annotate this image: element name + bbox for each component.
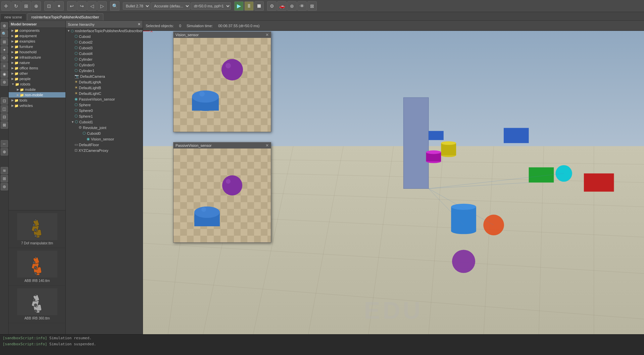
toolbar-ctrl-btn[interactable]: ⊛	[287, 1, 297, 11]
model-browser-item-office-items[interactable]: ▶📁office items	[9, 65, 65, 71]
scene-item-cylinder[interactable]: ⬡Cylinder	[66, 56, 143, 62]
scene-item-cuboid4[interactable]: ⬡Cuboid4	[66, 51, 143, 56]
left-icon-14[interactable]: ⊕	[1, 148, 8, 156]
expand-icon[interactable]: ▶	[11, 77, 14, 80]
toolbar-rotate-btn[interactable]: ↻	[11, 1, 21, 11]
scene-item-sphere0[interactable]: ⬡Sphere0	[66, 108, 143, 113]
toolbar-redo-btn[interactable]: ↪	[77, 1, 87, 11]
expand-icon[interactable]: ▶	[17, 88, 19, 91]
left-icon-7[interactable]: ◉	[1, 70, 8, 78]
thumb-abb-irb-360.ttm[interactable]: ABB IRB 360.ttm	[9, 286, 65, 323]
scene-item-defaultlighta[interactable]: ☀DefaultLightA	[66, 79, 143, 85]
accurate-dropdown[interactable]: Accurate (defau...	[151, 2, 190, 10]
model-browser-item-infrastructure[interactable]: ▶📁infrastructure	[9, 55, 65, 60]
toolbar-scale-btn[interactable]: ⊞	[21, 1, 31, 11]
3d-viewport[interactable]: X Y Z EDU Vision_sensor ✕	[143, 31, 644, 334]
model-browser-item-examples[interactable]: ▶📁examples	[9, 39, 65, 44]
toolbar-back-btn[interactable]: ◁	[87, 1, 97, 11]
vision-sensor-header[interactable]: Vision_sensor ✕	[174, 32, 271, 38]
expand-icon[interactable]: ▶	[11, 29, 14, 32]
play-button[interactable]: ▶	[234, 1, 244, 11]
model-browser-item-vehicles[interactable]: ▶📁vehicles	[9, 103, 65, 108]
left-icon-4[interactable]: ✦	[1, 46, 8, 54]
bullet-dropdown[interactable]: Bullet 2.78	[123, 2, 150, 10]
left-icon-11[interactable]: ⊟	[1, 113, 8, 121]
expand-icon[interactable]: ▶	[11, 66, 14, 70]
scene-item-defaultfloor[interactable]: ▭DefaultFloor	[66, 142, 143, 147]
left-icon-8[interactable]: ⊛	[1, 78, 8, 86]
toolbar-add-btn[interactable]: ✦	[54, 1, 64, 11]
model-browser-item-robots[interactable]: ▼📁robots	[9, 81, 65, 87]
passive-vision-sensor-close[interactable]: ✕	[265, 143, 269, 148]
thumb-7-dof-manipulator.ttm[interactable]: 7 Dof manipulator.ttm	[9, 211, 65, 248]
tab-new-scene[interactable]: new scene	[0, 13, 27, 20]
scene-item-sphere1[interactable]: ⬡Sphere1	[66, 113, 143, 119]
toolbar-eye-btn[interactable]: 👁	[297, 1, 307, 11]
scene-item-cuboid[interactable]: ⬡Cuboid	[66, 34, 143, 39]
toolbar-search-btn[interactable]: 🔍	[110, 1, 119, 11]
scene-item-defaultcamera[interactable]: 📷DefaultCamera	[66, 73, 143, 79]
scene-item-cuboid0[interactable]: ⬡Cuboid0	[66, 130, 143, 136]
passive-vision-sensor-window[interactable]: PassiveVision_sensor ✕	[173, 142, 271, 243]
toolbar-settings-btn[interactable]: ⚙	[267, 1, 277, 11]
expand-icon[interactable]: ▶	[11, 56, 14, 59]
scene-item-cuboid2[interactable]: ⬡Cuboid2	[66, 39, 143, 45]
expand-icon[interactable]: ▶	[11, 34, 14, 38]
thumb-abb-irb-140.ttm[interactable]: ABB IRB 140.ttm	[9, 248, 65, 286]
left-icon-2[interactable]: 🔍	[1, 30, 8, 38]
toolbar-select-btn[interactable]: ⊕	[32, 1, 41, 11]
left-icon-17[interactable]: ⊛	[1, 183, 8, 190]
scene-item-cylinder1[interactable]: ⬡Cylinder1	[66, 68, 143, 73]
left-icon-16[interactable]: ⊞	[1, 175, 8, 182]
model-browser-item-equipment[interactable]: ▶📁equipment	[9, 33, 65, 39]
toolbar-extra-btn[interactable]: ⊠	[307, 1, 317, 11]
left-icon-3[interactable]: ⊞	[1, 38, 8, 46]
left-icon-15[interactable]: ≋	[1, 167, 8, 174]
scene-close-icon[interactable]: ✕	[138, 22, 141, 26]
scene-root[interactable]: ▼⬡rosInterfaceTopicPublisherAndSubscribe…	[66, 28, 143, 34]
scene-item-xyzcameraproxy[interactable]: ⊡XYZCameraProxy	[66, 147, 143, 153]
scene-item-sphere[interactable]: ⬡Sphere	[66, 102, 143, 108]
model-browser-item-furniture[interactable]: ▶📁furniture	[9, 44, 65, 49]
tab-ros-topic[interactable]: rosInterfaceTopicPublisherAndSubscriber	[27, 13, 104, 20]
vision-sensor-window[interactable]: Vision_sensor ✕	[173, 32, 271, 132]
toolbar-car-btn[interactable]: 🚗	[277, 1, 287, 11]
model-browser-item-components[interactable]: ▶📁components	[9, 28, 65, 33]
left-icon-10[interactable]: ◫	[1, 105, 8, 113]
model-browser-item-people[interactable]: ▶📁people	[9, 76, 65, 81]
scene-item-cuboid1[interactable]: ▼⬡Cuboid1	[66, 119, 143, 125]
scene-item-cuboid3[interactable]: ⬡Cuboid3	[66, 45, 143, 51]
toolbar-fwd-btn[interactable]: ▷	[97, 1, 107, 11]
model-browser-item-tools[interactable]: ▶📁tools	[9, 98, 65, 103]
model-browser-item-non-mobile[interactable]: ▶📁non-mobile	[9, 92, 65, 98]
left-icon-12[interactable]: ⊠	[1, 121, 8, 129]
expand-icon[interactable]: ▶	[11, 104, 14, 107]
expand-icon[interactable]: ▶	[11, 50, 14, 54]
scene-item-vision_sensor[interactable]: ◉Vision_sensor	[66, 136, 143, 142]
scene-item-cylinder0[interactable]: ⬡Cylinder0	[66, 62, 143, 68]
vision-sensor-close[interactable]: ✕	[265, 33, 269, 37]
model-browser-item-mobile[interactable]: ▶📁mobile	[9, 87, 65, 92]
scene-item-passivevision_sensor[interactable]: ◉PassiveVision_sensor	[66, 96, 143, 102]
left-icon-13[interactable]: ↔	[1, 140, 8, 147]
model-browser-item-nature[interactable]: ▶📁nature	[9, 60, 65, 65]
expand-icon[interactable]: ▼	[11, 82, 14, 86]
toolbar-undo-btn[interactable]: ↩	[67, 1, 77, 11]
left-icon-5[interactable]: ⚙	[1, 54, 8, 62]
passive-vision-sensor-header[interactable]: PassiveVision_sensor ✕	[174, 142, 271, 149]
scene-item-defaultlightb[interactable]: ☀DefaultLightB	[66, 85, 143, 91]
scene-item-defaultlightc[interactable]: ☀DefaultLightC	[66, 91, 143, 96]
expand-icon[interactable]: ▶	[11, 45, 14, 48]
expand-icon[interactable]: ▶	[11, 61, 14, 64]
dt-dropdown[interactable]: dt=50.0 ms, ppf=1	[191, 2, 231, 10]
expand-icon[interactable]: ▶	[11, 99, 14, 102]
left-icon-1[interactable]: ⊕	[1, 22, 8, 29]
pause-button[interactable]: ⏸	[244, 1, 254, 11]
stop-button[interactable]: ⏹	[254, 1, 264, 11]
toolbar-move-btn[interactable]: ✛	[1, 1, 11, 11]
left-icon-6[interactable]: ≡	[1, 62, 8, 70]
expand-icon[interactable]: ▶	[17, 93, 19, 97]
scene-item-revolute_joint[interactable]: ⚙Revolute_joint	[66, 125, 143, 130]
expand-icon[interactable]: ▶	[11, 72, 14, 75]
left-icon-9[interactable]: ⊡	[1, 97, 8, 105]
